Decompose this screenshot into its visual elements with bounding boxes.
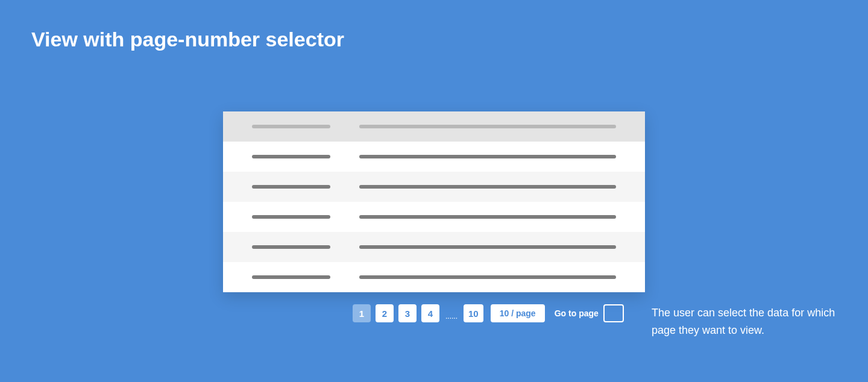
pagination: 1 2 3 4 ...... 10 10 / page Go to page [353, 304, 624, 322]
per-page-select[interactable]: 10 / page [491, 304, 545, 322]
data-table [223, 111, 645, 292]
placeholder-bar [359, 245, 616, 249]
table-row [223, 262, 645, 292]
page-title: View with page-number selector [31, 28, 344, 51]
page-button-1[interactable]: 1 [353, 304, 371, 322]
table-row [223, 202, 645, 232]
placeholder-bar [252, 125, 330, 128]
table-row [223, 232, 645, 262]
goto-page-label: Go to page [555, 308, 599, 318]
table-header-row [223, 111, 645, 142]
pagination-ellipsis: ...... [444, 312, 459, 322]
placeholder-bar [252, 245, 330, 249]
table-row [223, 142, 645, 172]
page-button-4[interactable]: 4 [421, 304, 439, 322]
placeholder-bar [359, 275, 616, 279]
page-button-3[interactable]: 3 [398, 304, 417, 322]
placeholder-bar [252, 215, 330, 219]
placeholder-bar [252, 275, 330, 279]
page-button-2[interactable]: 2 [376, 304, 394, 322]
description-text: The user can select the data for which p… [652, 304, 844, 339]
table-row [223, 172, 645, 202]
placeholder-bar [359, 125, 616, 128]
placeholder-bar [359, 185, 616, 189]
placeholder-bar [252, 185, 330, 189]
placeholder-bar [359, 155, 616, 158]
goto-page-input[interactable] [603, 304, 624, 322]
placeholder-bar [359, 215, 616, 219]
page-button-last[interactable]: 10 [464, 304, 483, 322]
placeholder-bar [252, 155, 330, 158]
